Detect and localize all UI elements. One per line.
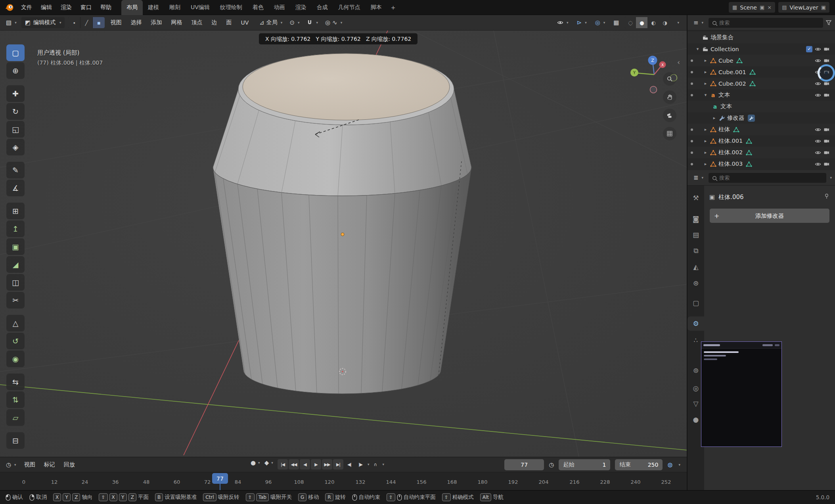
add-modifier-button[interactable]: + 添加修改器: [710, 209, 829, 223]
workspace-tab-rendering[interactable]: 渲染: [290, 0, 312, 15]
workspace-tab-geometry-nodes[interactable]: 几何节点: [333, 0, 366, 15]
expand-icon[interactable]: ▸: [711, 115, 718, 121]
tool-shear[interactable]: ▱: [6, 409, 25, 426]
add-workspace-button[interactable]: +: [387, 0, 400, 15]
tool-smooth[interactable]: ◉: [6, 351, 25, 367]
pin-icon[interactable]: [824, 193, 830, 201]
camera-icon[interactable]: [822, 138, 831, 144]
modifier-chip-icon[interactable]: [748, 115, 755, 122]
workspace-tab-sculpting[interactable]: 雕刻: [164, 0, 186, 15]
tool-move[interactable]: ✚: [6, 85, 25, 102]
overlays-dropdown[interactable]: ◎▾: [592, 17, 608, 28]
frame-start-field[interactable]: 起始 1: [559, 459, 610, 470]
rendered-shading-button[interactable]: ◑: [659, 17, 670, 28]
menu-face[interactable]: 面: [222, 15, 235, 31]
vertex-select-button[interactable]: ∙: [68, 17, 80, 28]
menu-add[interactable]: 添加: [147, 15, 165, 31]
menu-edit[interactable]: 编辑: [36, 0, 56, 15]
next-keyframe-button[interactable]: ▶▶: [322, 459, 332, 470]
new-viewlayer-icon[interactable]: ▣: [821, 4, 826, 10]
blender-logo-icon[interactable]: [5, 3, 14, 12]
region-collapse-icon[interactable]: ‹: [677, 58, 680, 66]
expand-icon[interactable]: ▸: [702, 69, 709, 75]
tool-edge-slide[interactable]: ⇆: [6, 374, 25, 390]
timeline-editor-type-button[interactable]: ◷▾: [3, 459, 19, 470]
camera-icon[interactable]: [822, 149, 831, 156]
viewport-canvas[interactable]: Z Y X: [0, 31, 687, 457]
outliner-row-collection[interactable]: ▾ Collection ✓: [688, 43, 835, 55]
camera-icon[interactable]: [822, 161, 831, 167]
tool-extrude-region[interactable]: ↥: [6, 220, 25, 237]
editor-type-button[interactable]: ▧▾: [3, 17, 19, 28]
unlink-scene-icon[interactable]: ×: [767, 4, 772, 10]
tool-annotate[interactable]: ✎: [6, 162, 25, 178]
menu-help[interactable]: 帮助: [96, 0, 116, 15]
gizmos-dropdown[interactable]: ⊳▾: [574, 17, 590, 28]
workspace-tab-layout[interactable]: 布局: [121, 0, 143, 15]
workspace-tab-uv[interactable]: UV编辑: [186, 0, 215, 15]
tab-view-layer[interactable]: ⧉: [688, 243, 704, 258]
workspace-tab-texture-paint[interactable]: 纹理绘制: [215, 0, 247, 15]
camera-icon[interactable]: [822, 57, 831, 64]
expand-icon[interactable]: ▾: [702, 92, 709, 98]
shading-options-dropdown[interactable]: ▾: [673, 17, 682, 28]
workspace-tab-shading[interactable]: 着色: [247, 0, 269, 15]
camera-icon[interactable]: [822, 46, 831, 52]
camera-icon[interactable]: [822, 126, 831, 133]
object-visibility-dropdown[interactable]: ▾: [554, 17, 571, 28]
camera-icon[interactable]: [822, 92, 831, 98]
properties-search-input[interactable]: [709, 173, 826, 183]
tab-render[interactable]: ◙: [688, 212, 704, 226]
tool-inset-faces[interactable]: ▣: [6, 238, 25, 255]
tab-scene[interactable]: ◭: [688, 260, 704, 274]
transform-orientation-dropdown[interactable]: ⊿ 全局 ▾: [259, 19, 282, 26]
expand-icon[interactable]: ▸: [702, 161, 709, 167]
tool-scale[interactable]: ◱: [6, 121, 25, 138]
tool-loop-cut[interactable]: ◫: [6, 274, 25, 291]
outliner-row-cylinder[interactable]: ▸ 柱体: [688, 124, 835, 135]
tool-rip-region[interactable]: ⊟: [6, 432, 25, 449]
workspace-tab-modeling[interactable]: 建模: [143, 0, 164, 15]
prev-frame-button[interactable]: ◀|: [344, 459, 354, 470]
outliner-row-modifiers[interactable]: ▸ 修改器: [688, 112, 835, 124]
proportional-editing-toggle[interactable]: ◎∿▾: [325, 19, 342, 26]
wireframe-shading-button[interactable]: ◌: [624, 17, 636, 28]
tab-world[interactable]: ⊛: [688, 276, 704, 290]
current-frame-field[interactable]: 77: [504, 459, 544, 470]
camera-view-button[interactable]: [663, 109, 676, 122]
sync-lock-icon[interactable]: ∩: [370, 459, 381, 470]
gizmo-neg-z-axis[interactable]: [650, 86, 657, 93]
jump-to-start-button[interactable]: |◀: [278, 459, 288, 470]
mode-dropdown[interactable]: ◩ 编辑模式 ▾: [21, 17, 65, 28]
tool-measure[interactable]: ∡: [6, 180, 25, 196]
outliner-row-cube-002[interactable]: ▸ Cube.002: [688, 78, 835, 89]
tab-object[interactable]: ▢: [688, 296, 704, 310]
menu-uv[interactable]: UV: [237, 15, 252, 31]
tool-tweak-select[interactable]: ▢: [6, 44, 25, 61]
pivot-point-dropdown[interactable]: ⊙▾: [289, 19, 299, 26]
tab-tool[interactable]: ⚒: [688, 191, 704, 205]
floating-window[interactable]: [701, 341, 782, 447]
tool-poly-build[interactable]: △: [6, 315, 25, 332]
scene-stats-icon[interactable]: ◍: [667, 461, 672, 468]
new-scene-icon[interactable]: ▣: [760, 4, 764, 10]
outliner-row-cylinder-003[interactable]: ▸ 柱体.003: [688, 158, 835, 170]
outliner-row-cube[interactable]: ▸ Cube: [688, 55, 835, 66]
scene-selector[interactable]: ▦ Scene ▣ ×: [729, 2, 775, 13]
menu-window[interactable]: 窗口: [76, 0, 96, 15]
expand-icon[interactable]: ▸: [702, 127, 709, 132]
tool-spin[interactable]: ↺: [6, 333, 25, 349]
outliner-row-text-data[interactable]: a 文本: [688, 101, 835, 112]
outliner-row-cylinder-002[interactable]: ▸ 柱体.002: [688, 147, 835, 158]
expand-icon[interactable]: ▸: [702, 138, 709, 144]
properties-options-icon[interactable]: ▾: [830, 176, 832, 180]
next-frame-button[interactable]: |▶: [355, 459, 366, 470]
material-shading-button[interactable]: ◐: [647, 17, 659, 28]
expand-icon[interactable]: ▸: [702, 150, 709, 155]
playhead-badge[interactable]: 77: [212, 473, 228, 484]
xray-toggle[interactable]: ▦: [611, 17, 622, 28]
menu-render[interactable]: 渲染: [56, 0, 76, 15]
cylinder-top-face[interactable]: [243, 54, 450, 120]
menu-vertex[interactable]: 顶点: [188, 15, 206, 31]
outliner-row-text[interactable]: ▾ a 文本: [688, 89, 835, 101]
